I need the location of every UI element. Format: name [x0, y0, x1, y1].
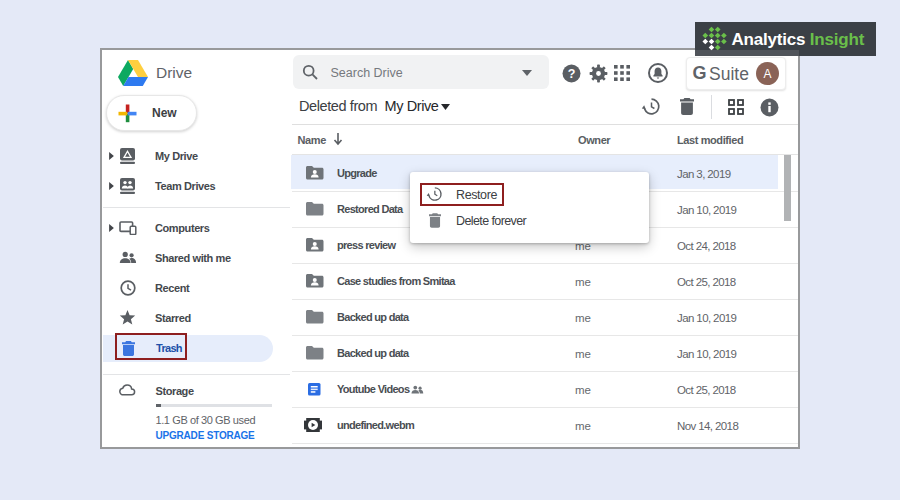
svg-text:?: ?	[568, 67, 576, 81]
